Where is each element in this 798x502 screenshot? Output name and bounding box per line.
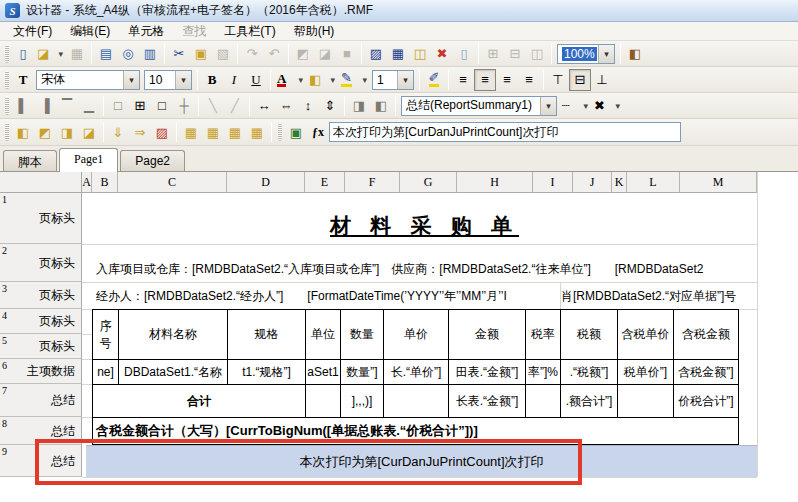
header-qty[interactable]: 数量 [341, 310, 384, 360]
delete-line-button[interactable]: ✖ [591, 95, 623, 117]
row-header-6[interactable]: 6 主项数据 [0, 359, 82, 384]
total-price-taxed-cell[interactable] [618, 385, 674, 418]
header-price[interactable]: 单价 [384, 310, 449, 360]
column-header-d[interactable]: D [227, 172, 305, 193]
column-header-e[interactable]: E [305, 172, 345, 193]
header-tax-rate[interactable]: 税率 [526, 310, 561, 360]
row-header-2[interactable]: 2 页标头 [0, 244, 82, 282]
toolbar-grip[interactable] [5, 97, 9, 115]
column-header-g[interactable]: G [400, 172, 457, 193]
column-header-a[interactable]: A [82, 172, 92, 193]
same-width-button[interactable]: ↔ [253, 95, 275, 117]
field-amount[interactable]: 田表.“金额”] [449, 360, 526, 385]
split-right-button[interactable]: ⇒ [129, 121, 151, 143]
same-height-button[interactable]: ↕ [297, 95, 319, 117]
field-price-taxed[interactable]: 税单价”] [618, 360, 674, 385]
line-color-button[interactable]: ✎ [338, 69, 370, 91]
insert-row-below-button[interactable]: ◨ [56, 121, 78, 143]
delete-grid-button[interactable]: ✖ [431, 43, 453, 65]
valign-top-button[interactable]: ⊤ [547, 69, 569, 91]
field-qty[interactable]: 数量”] [341, 360, 384, 385]
header-unit[interactable]: 单位 [306, 310, 341, 360]
field-seq[interactable]: ne] [93, 360, 119, 385]
header-material-name[interactable]: 材料名称 [119, 310, 228, 360]
column-header-h[interactable]: H [457, 172, 533, 193]
new-grid-button[interactable]: ◫ [409, 43, 431, 65]
header-price-taxed[interactable]: 含税单价 [618, 310, 674, 360]
toolbar-grip[interactable] [5, 45, 9, 63]
tab-page1[interactable]: Page1 [59, 148, 118, 172]
field-amount-taxed[interactable]: 含税金额”] [674, 360, 739, 385]
header-spec[interactable]: 规格 [228, 310, 306, 360]
column-header-b[interactable]: B [92, 172, 118, 193]
insert-col-left-button[interactable]: ◩ [34, 121, 56, 143]
total-tax-rate-cell[interactable] [526, 385, 561, 418]
tab-page2[interactable]: Page2 [120, 150, 185, 171]
open-button[interactable]: ◪ [34, 43, 66, 65]
merge-all-button[interactable]: ▦ [224, 121, 246, 143]
amount-in-words-cell[interactable]: 含税金额合计（大写）[CurrToBigNum([单据总账表.“价税合计”])] [92, 417, 739, 445]
border-all-button[interactable]: ⊞ [129, 95, 151, 117]
valign-bottom-button[interactable]: ⊥ [591, 69, 613, 91]
total-tax-cell[interactable]: .额合计”] [561, 385, 618, 418]
cut-button[interactable]: ✂ [168, 43, 190, 65]
total-amount-taxed-cell[interactable]: 价税合计”] [674, 385, 739, 418]
font-color-button[interactable]: A [274, 69, 306, 91]
zoom-combobox[interactable]: 100% [557, 44, 615, 64]
add-col-button[interactable]: ◧ [370, 95, 392, 117]
print-preview-button[interactable]: ◎ [117, 43, 139, 65]
row-header-8[interactable]: 8 总结 [0, 417, 82, 445]
row-header-3[interactable]: 3 页标头 [0, 282, 82, 309]
border-top-button[interactable]: ▔ [56, 95, 78, 117]
split-down-button[interactable]: ⇓ [107, 121, 129, 143]
border-right-button[interactable]: ▐ [34, 95, 56, 117]
new-file-button[interactable]: ▯ [12, 43, 34, 65]
row-header-1[interactable]: 1 页标头 [0, 193, 82, 244]
toolbar-grip[interactable] [5, 123, 9, 141]
row-header-5[interactable]: 5 页标头 [0, 334, 82, 359]
menu-help[interactable]: 帮助(H) [285, 21, 344, 42]
merge-row-button[interactable]: ▦ [180, 121, 202, 143]
insert-report-button[interactable]: ▨ [365, 43, 387, 65]
delete-cell-button[interactable]: ▨ [151, 121, 173, 143]
field-unit[interactable]: aSet1 [306, 360, 341, 385]
header-tax[interactable]: 税额 [561, 310, 618, 360]
print-count-cell-selected[interactable]: 本次打印为第[CurDanJuPrintCount]次打印 [86, 445, 757, 477]
column-header-l[interactable]: L [627, 172, 680, 193]
formula-input[interactable] [329, 122, 681, 142]
toolbar-grip[interactable] [5, 71, 9, 89]
menu-file[interactable]: 文件(F) [4, 21, 61, 42]
data-preview-button[interactable]: ▣ [285, 121, 307, 143]
insert-row-above-button[interactable]: ◧ [12, 121, 34, 143]
column-header-c[interactable]: C [118, 172, 227, 193]
insert-col-right-button[interactable]: ◪ [78, 121, 100, 143]
total-qty-cell[interactable]: ],,,)] [341, 385, 384, 418]
total-amount-cell[interactable]: 长表.“金额”] [449, 385, 526, 418]
print-button[interactable]: ▤ [95, 43, 117, 65]
field-tax-rate[interactable]: 率”]% [526, 360, 561, 385]
column-header-m[interactable]: M [680, 172, 757, 193]
field-tax[interactable]: .“税额”] [561, 360, 618, 385]
row-header-7[interactable]: 7 总结 [0, 384, 82, 417]
border-bottom-button[interactable]: ▁ [78, 95, 100, 117]
blank-page-button[interactable]: ▯ [453, 43, 475, 65]
handler-date-cell[interactable]: 经办人：[RMDBDataSet2.“经办人”] [FormatDateTime… [96, 282, 560, 309]
align-center-button[interactable]: ≡ [474, 69, 496, 91]
report-title-cell[interactable]: 材 料 采 购 单 [92, 193, 757, 244]
same-width-all-button[interactable]: ⇔ [275, 95, 297, 117]
fx-button[interactable]: ƒx [307, 121, 329, 143]
highlight-button[interactable]: ✐ [423, 69, 445, 91]
border-outer-button[interactable]: □ [151, 95, 173, 117]
field-material-name[interactable]: DBDataSet1.“名称 [119, 360, 228, 385]
bold-button[interactable]: B [201, 69, 223, 91]
add-row-button[interactable]: ◨ [348, 95, 370, 117]
grid-corner[interactable] [0, 172, 82, 193]
header-amount-taxed[interactable]: 含税金额 [674, 310, 739, 360]
copy-button[interactable]: ▣ [190, 43, 212, 65]
align-justify-button[interactable]: ≡ [518, 69, 540, 91]
unmerge-button[interactable]: ▦ [246, 121, 268, 143]
border-left-button[interactable]: ▌ [12, 95, 34, 117]
menu-edit[interactable]: 编辑(E) [61, 21, 119, 42]
menu-cell[interactable]: 单元格 [119, 21, 173, 42]
column-header-i[interactable]: I [533, 172, 573, 193]
